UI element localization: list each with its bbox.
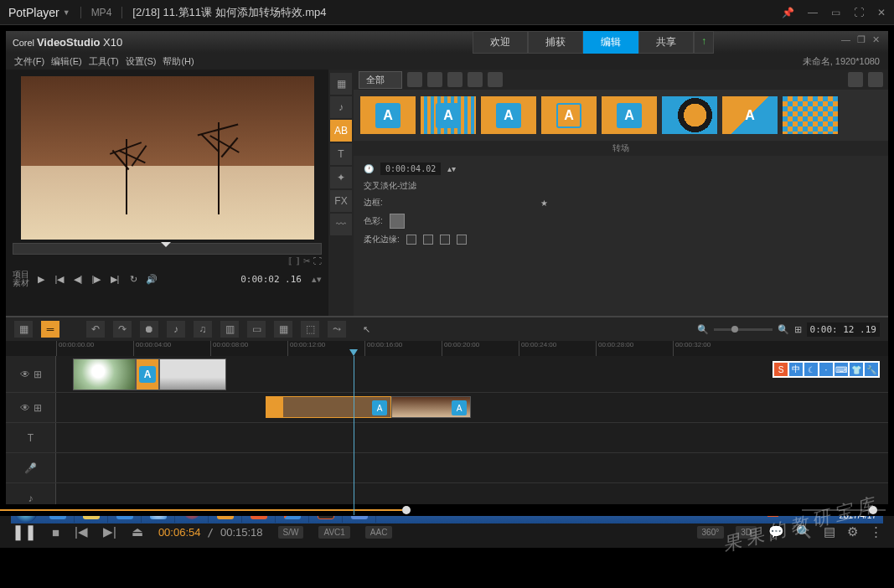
category-select[interactable]: 全部 xyxy=(359,71,402,89)
stop-button[interactable]: ■ xyxy=(52,525,59,539)
title-tab-icon[interactable]: T xyxy=(330,143,352,165)
menu-help[interactable]: 帮助(H) xyxy=(163,55,194,68)
video-clip[interactable] xyxy=(73,358,136,390)
ime-sogou-icon[interactable]: S xyxy=(774,363,788,376)
visibility-icon[interactable]: 👁 xyxy=(20,369,30,380)
pause-button[interactable]: ❚❚ xyxy=(12,523,37,541)
track-body[interactable] xyxy=(56,453,888,482)
overlay-clip[interactable]: A xyxy=(266,396,391,418)
close-icon[interactable]: ✕ xyxy=(877,7,886,18)
lib-tool-3-icon[interactable] xyxy=(447,72,463,87)
lib-tool-5-icon[interactable] xyxy=(488,72,503,87)
settings-icon[interactable]: ⚙ xyxy=(847,524,858,539)
redo-icon[interactable]: ↷ xyxy=(113,321,132,338)
timeline-view-icon[interactable]: ═ xyxy=(41,321,59,338)
next-frame-icon[interactable]: |▶ xyxy=(90,272,103,286)
auto-music-icon[interactable]: ♫ xyxy=(194,321,212,338)
split-icon[interactable]: ✂ xyxy=(303,256,310,266)
ime-skin-icon[interactable]: 👕 xyxy=(850,363,863,376)
preview-timecode[interactable]: 0:00:02 .16 xyxy=(235,272,307,286)
home-icon[interactable]: |◀ xyxy=(53,272,66,286)
soften-option[interactable] xyxy=(406,235,416,245)
zoom-slider[interactable] xyxy=(714,328,773,331)
prev-button[interactable]: |◀ xyxy=(75,524,88,539)
vs-restore-icon[interactable]: ❐ xyxy=(857,34,866,45)
menu-edit[interactable]: 编辑(E) xyxy=(51,55,82,68)
potplayer-seekbar[interactable] xyxy=(0,504,894,516)
zoom-in-icon[interactable]: 🔍 xyxy=(778,324,789,335)
timeline-ruler[interactable]: 00:00:00.00 00:00:04:00 00:00:08:00 00:0… xyxy=(6,341,888,356)
filter-tab-icon[interactable]: FX xyxy=(330,190,352,212)
mark-out-icon[interactable]: ⟧ xyxy=(296,256,300,266)
tab-share[interactable]: 共享 xyxy=(638,31,694,54)
ime-kb-icon[interactable]: ⌨ xyxy=(835,363,848,376)
track-head[interactable]: T xyxy=(6,423,56,452)
timeline-timecode[interactable]: 0:00: 12 .19 xyxy=(807,322,880,337)
lib-sort-icon[interactable] xyxy=(868,72,883,87)
record-icon[interactable]: ⏺ xyxy=(140,321,158,338)
soften-option[interactable] xyxy=(423,235,433,245)
playhead[interactable] xyxy=(354,356,354,515)
zoom-out-icon[interactable]: 🔍 xyxy=(697,324,709,335)
transition-thumb[interactable]: A xyxy=(360,96,416,134)
track-head[interactable]: 🎤 xyxy=(6,453,56,482)
ime-tool-icon[interactable]: 🔧 xyxy=(865,363,878,376)
transition-tab-icon[interactable]: AB xyxy=(330,120,352,142)
volume-icon[interactable]: 🔊 xyxy=(145,272,158,286)
transition-thumb[interactable]: A xyxy=(421,96,476,134)
ime-cn-icon[interactable]: 中 xyxy=(789,363,803,376)
lib-view-icon[interactable] xyxy=(848,72,863,87)
vs-close-icon[interactable]: ✕ xyxy=(872,34,880,45)
track-body[interactable]: A A xyxy=(56,393,888,422)
transition-thumb[interactable] xyxy=(783,96,838,134)
track-body[interactable] xyxy=(56,423,888,452)
fullscreen-icon[interactable]: ⛶ xyxy=(854,7,864,18)
subtitle-icon[interactable]: 💬 xyxy=(768,524,784,539)
mixer-icon[interactable]: ♪ xyxy=(167,321,185,338)
dropdown-icon[interactable]: ▼ xyxy=(63,8,70,17)
track-mgr-icon[interactable]: ▥ xyxy=(220,321,239,338)
prev-frame-icon[interactable]: ◀| xyxy=(71,272,85,286)
multicam-icon[interactable]: ⬚ xyxy=(301,321,319,338)
timecode-stepper-icon[interactable]: ▴▾ xyxy=(312,274,322,285)
pin-icon[interactable]: 📌 xyxy=(782,7,794,18)
track-body[interactable]: A xyxy=(56,356,888,392)
ime-punct-icon[interactable]: · xyxy=(819,363,833,376)
transition-thumb[interactable]: A xyxy=(722,96,778,134)
menu-tool[interactable]: 工具(T) xyxy=(89,55,119,68)
transition-thumb[interactable]: A xyxy=(541,96,597,134)
minimize-icon[interactable]: — xyxy=(808,7,818,18)
duration-stepper-icon[interactable]: ▴▾ xyxy=(447,164,456,173)
track-head[interactable]: 👁⊞ xyxy=(6,356,56,392)
tab-capture[interactable]: 捕获 xyxy=(528,31,583,54)
tab-edit[interactable]: 编辑 xyxy=(583,31,638,54)
expand-icon[interactable]: ⛶ xyxy=(313,256,322,266)
menu-icon[interactable]: ⋮ xyxy=(870,524,882,539)
360-button[interactable]: 360° xyxy=(697,526,725,539)
preview-viewport[interactable] xyxy=(21,76,314,240)
transition-thumb[interactable]: A xyxy=(602,96,657,134)
mark-in-icon[interactable]: ⟦ xyxy=(288,256,292,266)
lib-tool-2-icon[interactable] xyxy=(427,72,442,87)
visibility-icon[interactable]: 👁 xyxy=(20,402,30,414)
path-tab-icon[interactable]: 〰 xyxy=(330,214,352,235)
play-icon[interactable]: ▶ xyxy=(34,272,48,286)
tab-welcome[interactable]: 欢迎 xyxy=(473,31,528,54)
end-icon[interactable]: ▶| xyxy=(108,272,121,286)
lib-tool-4-icon[interactable] xyxy=(468,72,483,87)
menu-settings[interactable]: 设置(S) xyxy=(126,55,157,68)
motion-icon[interactable]: ⤳ xyxy=(328,321,346,338)
sound-tab-icon[interactable]: ♪ xyxy=(330,96,352,118)
graphic-tab-icon[interactable]: ✦ xyxy=(330,167,352,188)
undo-icon[interactable]: ↶ xyxy=(86,321,105,338)
playlist-icon[interactable]: ▤ xyxy=(824,524,835,539)
preview-scrubber[interactable] xyxy=(13,243,322,255)
preview-mode-label[interactable]: 项目素材 xyxy=(13,271,29,287)
soften-option[interactable] xyxy=(440,235,450,245)
media-tab-icon[interactable]: ▦ xyxy=(330,73,352,95)
duration-field[interactable]: 0:00:04.02 xyxy=(380,162,441,175)
track-head[interactable]: 👁⊞ xyxy=(6,393,56,422)
search-icon[interactable]: 🔍 xyxy=(796,524,812,539)
app-logo[interactable]: PotPlayer xyxy=(8,6,59,19)
chapter-icon[interactable]: ▭ xyxy=(247,321,266,338)
